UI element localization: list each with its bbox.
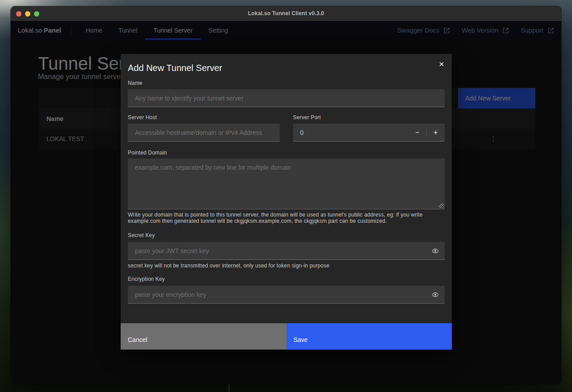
decrement-icon[interactable]: −	[408, 124, 426, 142]
app-window: Lokal.so Tunnel Client v0.3.0 Lokal.so P…	[11, 6, 561, 384]
host-port-row: Server Host Server Port − +	[128, 114, 445, 142]
close-icon[interactable]: ✕	[434, 57, 449, 72]
name-label: Name	[128, 80, 445, 87]
app-content: Lokal.so Panel Home Tunnel Tunnel Server…	[11, 21, 561, 384]
encryption-key-field	[128, 286, 445, 304]
pointed-domain-label: Pointed Domain	[128, 150, 445, 156]
secret-key-helper: secret key will not be transmitted over …	[128, 263, 445, 269]
modal-title: Add New Tunnel Server	[128, 62, 445, 74]
secret-key-field	[128, 242, 445, 260]
server-host-field: Server Host	[128, 114, 280, 142]
pointed-domain-textarea-wrap	[128, 158, 445, 209]
eye-icon	[432, 291, 439, 298]
modal-header: Add New Tunnel Server ✕	[121, 54, 452, 74]
server-port-field: Server Port − +	[293, 114, 445, 142]
server-host-input[interactable]	[128, 124, 280, 142]
name-input[interactable]	[128, 89, 445, 107]
secret-key-label: Secret Key	[128, 232, 445, 239]
window-title: Lokal.so Tunnel Client v0.3.0	[11, 6, 561, 21]
secret-key-input[interactable]	[128, 242, 445, 260]
cancel-button[interactable]: Cancel	[121, 323, 286, 350]
increment-icon[interactable]: +	[427, 124, 445, 142]
server-port-number-input: − +	[293, 124, 445, 142]
eye-icon	[432, 247, 439, 254]
modal-fields: Name Server Host Server Port	[121, 80, 452, 304]
show-encryption-key-button[interactable]	[426, 286, 445, 304]
server-host-label: Server Host	[128, 114, 280, 121]
save-button[interactable]: Save	[286, 323, 452, 350]
show-secret-key-button[interactable]	[426, 242, 445, 260]
desktop-artifact-line	[229, 383, 229, 392]
pointed-domain-textarea[interactable]	[128, 158, 445, 209]
pointed-domain-helper: Write your domain that is pointed to thi…	[128, 212, 445, 224]
port-stepper: − +	[408, 124, 445, 142]
server-port-label: Server Port	[293, 114, 445, 121]
encryption-key-input[interactable]	[128, 286, 445, 304]
titlebar: Lokal.so Tunnel Client v0.3.0	[11, 6, 561, 21]
encryption-key-label: Encryption Key	[128, 276, 445, 283]
add-tunnel-server-modal: Add New Tunnel Server ✕ Name Server Host…	[121, 54, 452, 350]
modal-actions: Cancel Save	[121, 323, 452, 350]
desktop-wallpaper: Lokal.so Tunnel Client v0.3.0 Lokal.so P…	[0, 0, 572, 392]
